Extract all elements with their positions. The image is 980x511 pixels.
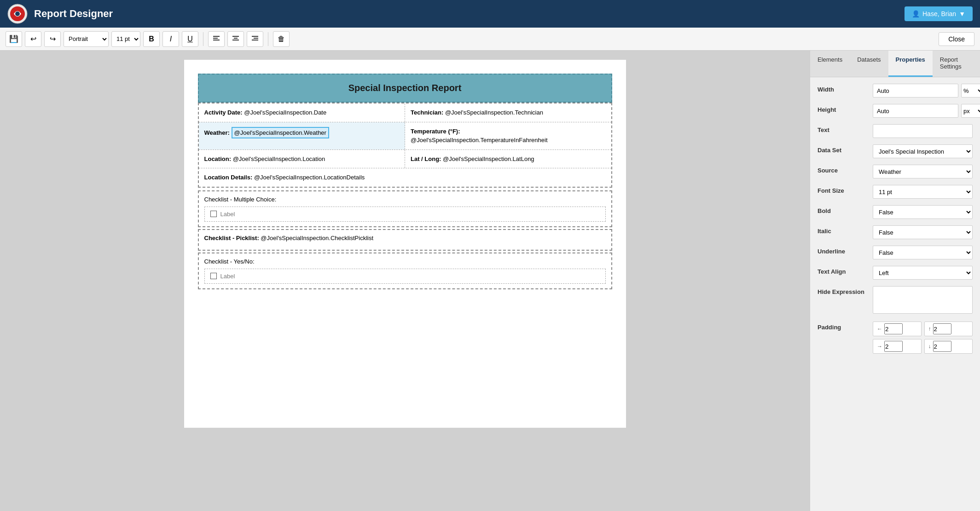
user-menu-button[interactable]: 👤 Hase, Brian ▼ bbox=[905, 6, 973, 21]
checklist-picklist-title: Checklist - Picklist: @Joel'sSpecialInsp… bbox=[204, 235, 606, 241]
bold-button[interactable]: B bbox=[143, 31, 160, 47]
font-size-property-select[interactable]: 8 pt 9 pt 10 pt 11 pt 12 pt bbox=[873, 185, 973, 199]
toolbar-divider-1 bbox=[203, 32, 203, 46]
italic-button[interactable]: I bbox=[162, 31, 179, 47]
temperature-label: Temperature (°F): bbox=[411, 128, 460, 135]
activity-date-cell[interactable]: Activity Date: @Joel'sSpecialInspection.… bbox=[199, 103, 406, 122]
height-unit-select[interactable]: px % bbox=[961, 104, 980, 118]
app-title: Report Designer bbox=[34, 8, 905, 20]
source-property-row: Source Weather bbox=[818, 165, 973, 178]
list-item[interactable]: Label bbox=[204, 269, 606, 284]
tab-properties[interactable]: Properties bbox=[888, 51, 933, 77]
padding-right-input[interactable] bbox=[884, 341, 903, 352]
font-size-select[interactable]: 8 pt 9 pt 10 pt 11 pt 12 pt 14 pt bbox=[111, 31, 140, 47]
checklist-yesno-title: Checklist - Yes/No: bbox=[204, 258, 606, 265]
delete-icon: 🗑 bbox=[278, 35, 285, 43]
underline-button[interactable]: U bbox=[182, 31, 198, 47]
width-input[interactable] bbox=[873, 84, 958, 98]
weather-label: Weather: bbox=[204, 129, 232, 136]
text-align-property-row: Text Align Left Center Right bbox=[818, 266, 973, 280]
font-size-label: Font Size bbox=[818, 185, 868, 194]
align-right-icon bbox=[251, 35, 259, 43]
checklist-yesno-section[interactable]: Checklist - Yes/No: Label bbox=[198, 253, 612, 289]
padding-left-cell: ← bbox=[873, 322, 922, 336]
report-page: Special Inspection Report Activity Date:… bbox=[184, 60, 626, 428]
checklist-multiple-choice-title: Checklist - Multiple Choice: bbox=[204, 196, 606, 203]
dataset-select[interactable]: Joel's Special Inspection bbox=[873, 144, 973, 158]
align-center-icon bbox=[232, 35, 240, 43]
orientation-select[interactable]: Portrait Landscape bbox=[64, 31, 109, 47]
padding-property-row: Padding ← ↑ → bbox=[818, 322, 973, 354]
text-align-select[interactable]: Left Center Right bbox=[873, 266, 973, 280]
temperature-cell[interactable]: Temperature (°F): @Joel'sSpecialInspecti… bbox=[405, 122, 611, 149]
table-row: Location Details: @Joel'sSpecialInspecti… bbox=[199, 168, 611, 187]
font-size-property-row: Font Size 8 pt 9 pt 10 pt 11 pt 12 pt bbox=[818, 185, 973, 199]
report-title: Special Inspection Report bbox=[348, 83, 462, 93]
padding-grid: ← ↑ → ↓ bbox=[873, 322, 973, 354]
italic-select[interactable]: False True bbox=[873, 225, 973, 239]
save-button[interactable]: 💾 bbox=[6, 31, 22, 47]
location-details-value: @Joel'sSpecialInspection.LocationDetails bbox=[254, 174, 365, 181]
latlong-value: @Joel'sSpecialInspection.LatLong bbox=[443, 155, 534, 162]
hide-expression-textarea[interactable] bbox=[873, 286, 973, 314]
location-details-cell[interactable]: Location Details: @Joel'sSpecialInspecti… bbox=[199, 168, 611, 187]
checklist-picklist-section[interactable]: Checklist - Picklist: @Joel'sSpecialInsp… bbox=[198, 229, 612, 251]
padding-right-cell: → bbox=[873, 339, 922, 354]
right-panel: Elements Datasets Properties Report Sett… bbox=[810, 51, 980, 511]
user-icon: 👤 bbox=[912, 10, 920, 17]
undo-button[interactable]: ↩ bbox=[25, 31, 41, 47]
checklist-multiple-choice-section[interactable]: Checklist - Multiple Choice: Label bbox=[198, 190, 612, 227]
underline-property-row: Underline False True bbox=[818, 246, 973, 259]
user-chevron-icon: ▼ bbox=[959, 10, 965, 17]
report-title-box[interactable]: Special Inspection Report bbox=[198, 74, 612, 103]
dataset-property-row: Data Set Joel's Special Inspection bbox=[818, 144, 973, 158]
svg-point-1 bbox=[15, 11, 20, 16]
text-property-row: Text bbox=[818, 124, 973, 138]
canvas-area[interactable]: Special Inspection Report Activity Date:… bbox=[0, 51, 810, 511]
padding-top-arrow-icon: ↑ bbox=[928, 326, 931, 332]
list-item[interactable]: Label bbox=[204, 207, 606, 222]
app-logo bbox=[7, 4, 28, 24]
user-name: Hase, Brian bbox=[922, 10, 956, 17]
tab-elements[interactable]: Elements bbox=[810, 51, 850, 77]
padding-left-input[interactable] bbox=[884, 323, 903, 334]
redo-icon: ↪ bbox=[50, 34, 56, 43]
technician-cell[interactable]: Technician: @Joel'sSpecialInspection.Tec… bbox=[405, 103, 611, 122]
tab-datasets[interactable]: Datasets bbox=[850, 51, 888, 77]
align-right-button[interactable] bbox=[247, 31, 263, 47]
padding-top-input[interactable] bbox=[933, 323, 951, 334]
underline-select[interactable]: False True bbox=[873, 246, 973, 259]
align-left-button[interactable] bbox=[208, 31, 225, 47]
latlong-cell[interactable]: Lat / Long: @Joel'sSpecialInspection.Lat… bbox=[405, 150, 611, 168]
padding-bottom-input[interactable] bbox=[933, 341, 951, 352]
height-input[interactable] bbox=[873, 104, 958, 118]
underline-label: Underline bbox=[818, 246, 868, 255]
padding-right-arrow-icon: → bbox=[877, 343, 882, 350]
padding-top-cell: ↑ bbox=[924, 322, 973, 336]
align-center-button[interactable] bbox=[227, 31, 244, 47]
hide-expression-property-row: Hide Expression bbox=[818, 286, 973, 315]
close-button[interactable]: Close bbox=[939, 32, 974, 46]
weather-cell[interactable]: Weather: @Joel'sSpecialInspection.Weathe… bbox=[199, 122, 406, 149]
checklist-item-label: Label bbox=[220, 211, 235, 218]
redo-button[interactable]: ↪ bbox=[44, 31, 61, 47]
dataset-label: Data Set bbox=[818, 144, 868, 154]
tab-report-settings[interactable]: Report Settings bbox=[933, 51, 980, 77]
undo-icon: ↩ bbox=[30, 34, 36, 43]
delete-button[interactable]: 🗑 bbox=[273, 31, 290, 47]
temperature-value: @Joel'sSpecialInspection.TemperatureInFa… bbox=[411, 137, 548, 144]
activity-date-label: Activity Date: bbox=[204, 109, 243, 116]
checkbox-icon bbox=[210, 273, 217, 279]
bold-select[interactable]: False True bbox=[873, 205, 973, 219]
main-layout: Special Inspection Report Activity Date:… bbox=[0, 51, 980, 511]
location-value: @Joel'sSpecialInspection.Location bbox=[233, 155, 325, 162]
location-cell[interactable]: Location: @Joel'sSpecialInspection.Locat… bbox=[199, 150, 406, 168]
checkbox-icon bbox=[210, 211, 217, 217]
width-unit-select[interactable]: % px bbox=[961, 84, 980, 98]
padding-left-arrow-icon: ← bbox=[877, 326, 882, 332]
bold-icon: B bbox=[149, 35, 154, 43]
save-icon: 💾 bbox=[9, 34, 18, 43]
text-input[interactable] bbox=[873, 124, 973, 138]
italic-icon: I bbox=[170, 35, 172, 43]
source-select[interactable]: Weather bbox=[873, 165, 973, 178]
